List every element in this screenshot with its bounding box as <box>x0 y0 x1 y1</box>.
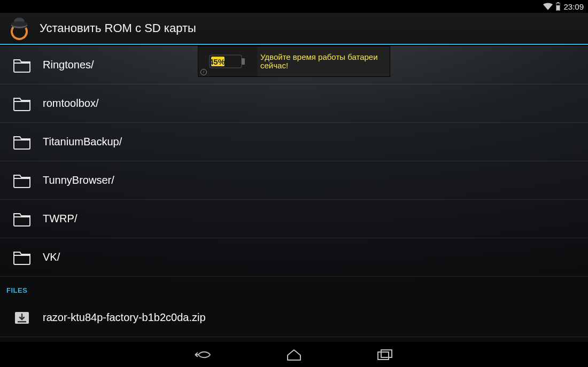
app-icon[interactable] <box>7 17 31 40</box>
list-item[interactable]: TWRP/ <box>0 200 588 238</box>
list-item[interactable]: TunnyBrowser/ <box>0 161 588 200</box>
android-navbar <box>0 342 588 367</box>
ad-text: Удвойте время работы батареи сейчас! <box>257 53 390 71</box>
file-name: razor-ktu84p-factory-b1b2c0da.zip <box>43 311 206 324</box>
list-item[interactable]: TitaniumBackup/ <box>0 123 588 161</box>
home-button[interactable] <box>283 346 305 363</box>
folder-name: romtoolbox/ <box>43 97 99 110</box>
folder-icon <box>13 173 31 189</box>
battery-icon <box>556 2 560 11</box>
folder-icon <box>13 57 31 73</box>
list-item[interactable]: VK/ <box>0 238 588 277</box>
list-item[interactable]: razor-ktu84p-factory-b1b2c0da.zip <box>0 299 588 337</box>
folder-name: VK/ <box>43 251 60 263</box>
folder-name: Ringtones/ <box>43 59 94 71</box>
svg-rect-2 <box>556 5 560 10</box>
folder-icon <box>13 249 31 266</box>
page-title: Установить ROM с SD карты <box>40 21 196 35</box>
ad-info-icon: i <box>200 69 207 75</box>
files-section-header: FILES <box>0 277 588 299</box>
status-bar: 23:09 <box>0 0 588 13</box>
folder-name: TWRP/ <box>43 213 77 225</box>
svg-rect-13 <box>381 350 392 357</box>
folder-icon <box>13 134 31 150</box>
folder-icon <box>13 211 31 227</box>
folder-name: TunnyBrowser/ <box>43 174 114 186</box>
svg-rect-1 <box>558 2 559 3</box>
status-time: 23:09 <box>563 2 584 11</box>
back-button[interactable] <box>192 346 214 363</box>
recents-button[interactable] <box>374 346 396 363</box>
app-bar: Установить ROM с SD карты <box>0 13 588 45</box>
ad-battery-graphic: 45% <box>198 46 257 76</box>
ad-banner[interactable]: 45% Удвойте время работы батареи сейчас!… <box>198 46 390 77</box>
folder-icon <box>13 96 31 112</box>
svg-point-6 <box>11 21 27 27</box>
file-list: Ringtones/ romtoolbox/ TitaniumBackup/ T… <box>0 46 588 342</box>
zip-file-icon <box>13 310 31 326</box>
svg-rect-10 <box>242 58 245 65</box>
folder-name: TitaniumBackup/ <box>43 136 122 148</box>
svg-rect-12 <box>378 352 389 360</box>
wifi-icon <box>543 3 553 10</box>
svg-rect-8 <box>18 321 26 323</box>
list-item[interactable]: romtoolbox/ <box>0 84 588 123</box>
ad-percent: 45% <box>209 57 225 66</box>
